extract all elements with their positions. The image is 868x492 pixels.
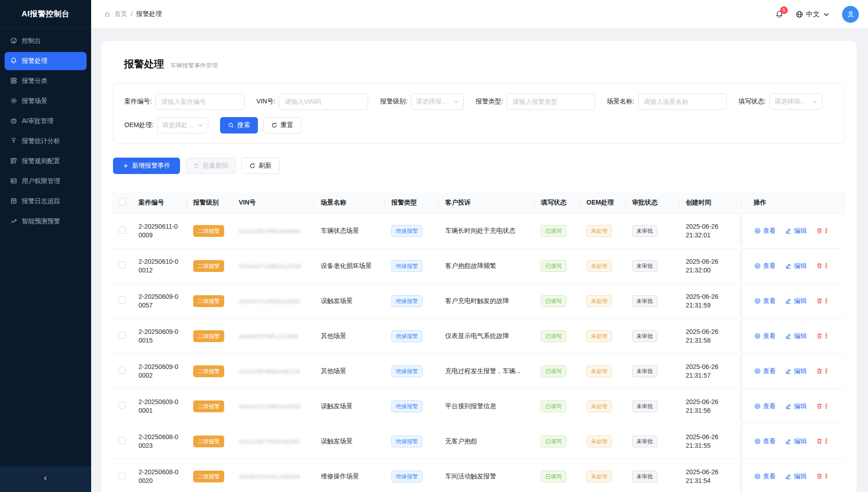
row-checkbox[interactable] bbox=[118, 402, 126, 409]
fill-status-badge: 已填写 bbox=[541, 225, 566, 237]
fill-status-select[interactable]: 请选择填... bbox=[770, 93, 822, 110]
level-badge: 二级报警 bbox=[193, 365, 224, 377]
sidebar-collapse-button[interactable] bbox=[0, 466, 91, 492]
oem-status-badge: 未处理 bbox=[586, 295, 612, 307]
view-button[interactable]: 查看 bbox=[754, 332, 776, 340]
oem-select[interactable]: 请选择处... bbox=[157, 117, 208, 133]
delete-label: 删除 bbox=[825, 472, 827, 481]
sidebar-item-alarm-category[interactable]: 报警分类 bbox=[5, 72, 87, 90]
row-checkbox[interactable] bbox=[118, 297, 126, 304]
add-alarm-event-button[interactable]: 新增报警事件 bbox=[113, 158, 180, 174]
search-button[interactable]: 搜索 bbox=[220, 117, 258, 133]
approve-status-badge: 未审批 bbox=[632, 260, 657, 272]
refresh-button[interactable]: 刷新 bbox=[241, 158, 279, 174]
edit-button[interactable]: 编辑 bbox=[785, 437, 807, 446]
sidebar-item-alarm-statistics[interactable]: 报警统计分析 bbox=[5, 132, 87, 150]
table-body: 2-20250611-00009 二级报警 AI1AJ29YXNDA44494 … bbox=[112, 213, 846, 492]
home-icon[interactable] bbox=[104, 11, 111, 18]
oem-status-badge: 未处理 bbox=[586, 260, 612, 272]
sidebar-item-alarm-handling[interactable]: 报警处理 bbox=[5, 52, 87, 70]
sidebar-item-ai-approval[interactable]: AI审批管理 bbox=[5, 112, 87, 130]
reset-button[interactable]: 重置 bbox=[263, 117, 301, 133]
col-scene: 场景名称 bbox=[314, 192, 385, 213]
view-button[interactable]: 查看 bbox=[754, 437, 776, 446]
view-button[interactable]: 查看 bbox=[754, 227, 776, 235]
sidebar-item-label: AI审批管理 bbox=[22, 117, 53, 125]
edit-button[interactable]: 编辑 bbox=[785, 332, 807, 340]
sidebar-item-dashboard[interactable]: 控制台 bbox=[5, 32, 87, 50]
approve-status-badge: 未审批 bbox=[632, 400, 657, 412]
sidebar-item-label: 报警场景 bbox=[22, 97, 47, 105]
type-input[interactable] bbox=[507, 93, 595, 110]
row-checkbox[interactable] bbox=[118, 332, 126, 339]
row-checkbox[interactable] bbox=[118, 261, 126, 269]
refresh-icon bbox=[271, 122, 277, 128]
view-button[interactable]: 查看 bbox=[754, 262, 776, 270]
fill-status-badge: 已填写 bbox=[541, 400, 566, 412]
scene-input[interactable] bbox=[638, 93, 727, 110]
delete-button[interactable]: 删除 bbox=[816, 367, 827, 375]
view-button[interactable]: 查看 bbox=[754, 297, 776, 305]
edit-button[interactable]: 编辑 bbox=[785, 402, 807, 410]
notifications-button[interactable]: 5 bbox=[775, 10, 784, 19]
case-no-input[interactable] bbox=[155, 93, 245, 110]
sidebar-item-alarm-logs[interactable]: 报警日志追踪 bbox=[5, 192, 87, 210]
delete-button[interactable]: 删除 bbox=[816, 437, 827, 446]
app-root: AI报警控制台 控制台 报警处理 报警分类 报警场景 AI审批管理 bbox=[0, 0, 868, 492]
fill-status-select-placeholder: 请选择填... bbox=[775, 97, 806, 106]
table-row: 2-20250609-00002 二级报警 AI1AJ29Y8NDA45174 … bbox=[112, 354, 846, 389]
edit-button[interactable]: 编辑 bbox=[785, 227, 807, 235]
edit-button[interactable]: 编辑 bbox=[785, 262, 807, 270]
row-actions: 查看 编辑 删除 bbox=[749, 367, 827, 375]
add-button-label: 新增报警事件 bbox=[132, 162, 170, 170]
delete-button[interactable]: 删除 bbox=[816, 297, 827, 305]
level-select[interactable]: 请选择报... bbox=[411, 93, 464, 110]
oem-status-badge: 未处理 bbox=[586, 400, 612, 412]
approve-status-badge: 未审批 bbox=[632, 436, 657, 447]
rules-icon bbox=[10, 157, 17, 166]
type-badge: 绝缘报警 bbox=[391, 436, 422, 447]
language-label: 中文 bbox=[806, 10, 820, 19]
view-button[interactable]: 查看 bbox=[754, 402, 776, 410]
sidebar-item-label: 报警处理 bbox=[22, 57, 47, 65]
row-checkbox[interactable] bbox=[118, 472, 126, 479]
pencil-icon bbox=[785, 297, 792, 304]
delete-button[interactable]: 删除 bbox=[816, 402, 827, 410]
pencil-icon bbox=[785, 403, 792, 410]
batch-delete-button[interactable]: 批量删除 bbox=[185, 158, 236, 174]
scene-name: 设备老化损坏场景 bbox=[321, 262, 372, 269]
filter-panel: 案件编号: VIN号: 报警级别: 请选择报... bbox=[113, 83, 845, 144]
sidebar-item-smart-prediction[interactable]: 智能预测预警 bbox=[5, 212, 87, 231]
view-label: 查看 bbox=[763, 402, 776, 410]
sidebar-item-user-permissions[interactable]: 用户权限管理 bbox=[5, 172, 87, 190]
edit-button[interactable]: 编辑 bbox=[785, 472, 807, 481]
created-at: 2025-06-26 21:31:56 bbox=[686, 398, 735, 415]
select-all-checkbox[interactable] bbox=[118, 198, 126, 205]
view-button[interactable]: 查看 bbox=[754, 367, 776, 375]
trash-icon bbox=[816, 368, 823, 374]
edit-label: 编辑 bbox=[794, 367, 807, 375]
breadcrumb-home[interactable]: 首页 bbox=[114, 10, 127, 18]
vin-value: AI0AA2Y14MSA12028 bbox=[239, 263, 301, 270]
edit-button[interactable]: 编辑 bbox=[785, 367, 807, 375]
user-avatar[interactable] bbox=[842, 6, 859, 23]
sidebar-item-alarm-scene[interactable]: 报警场景 bbox=[5, 92, 87, 110]
language-switcher[interactable]: 中文 bbox=[796, 10, 830, 19]
delete-button[interactable]: 删除 bbox=[816, 332, 827, 340]
row-checkbox[interactable] bbox=[118, 367, 126, 374]
edit-button[interactable]: 编辑 bbox=[785, 297, 807, 305]
sidebar-item-label: 报警统计分析 bbox=[22, 137, 60, 145]
delete-button[interactable]: 删除 bbox=[816, 262, 827, 270]
trash-icon bbox=[816, 473, 823, 480]
complaint-text: 车辆长时间处于充电状态 bbox=[445, 227, 528, 235]
view-button[interactable]: 查看 bbox=[754, 472, 776, 481]
vin-input[interactable] bbox=[279, 93, 368, 110]
row-checkbox[interactable] bbox=[118, 226, 126, 234]
sidebar-item-alarm-rules[interactable]: 报警规则配置 bbox=[5, 152, 87, 170]
delete-button[interactable]: 删除 bbox=[816, 472, 827, 481]
delete-label: 删除 bbox=[825, 367, 827, 375]
globe-icon bbox=[796, 10, 803, 18]
trash-icon bbox=[193, 163, 200, 169]
delete-button[interactable]: 删除 bbox=[816, 227, 827, 235]
row-checkbox[interactable] bbox=[118, 437, 126, 444]
